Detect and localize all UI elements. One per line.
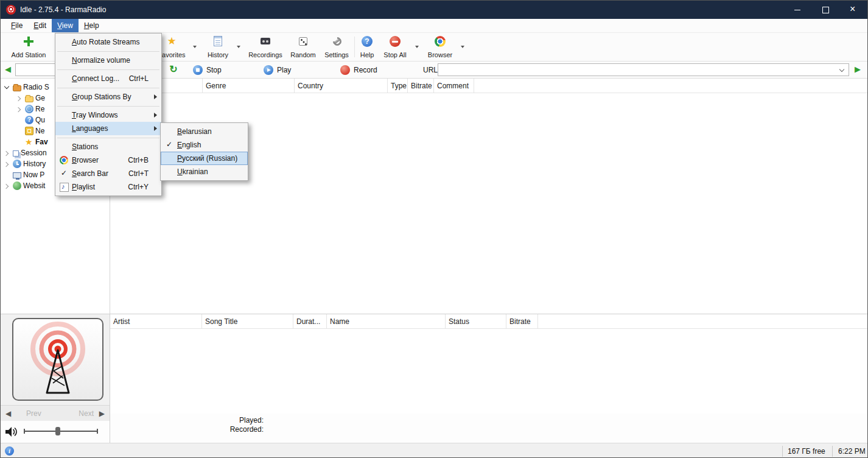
next-button[interactable]: Next: [79, 409, 94, 418]
menu-item-auto-rotate-streams[interactable]: Auto Rotate Streams: [55, 35, 161, 49]
playlist-body[interactable]: [110, 329, 867, 414]
tree-item-label: Radio S: [23, 83, 49, 91]
menu-item-group-stations-by[interactable]: Group Stations By: [55, 90, 161, 104]
question-icon: [25, 116, 33, 124]
history-clock-icon: [13, 160, 21, 168]
chevron-down-icon[interactable]: [193, 46, 197, 48]
menu-item-shortcut: Ctrl+Y: [128, 183, 156, 191]
toolbar-button-stopall[interactable]: Stop All: [380, 35, 410, 60]
toolbar-button-history[interactable]: History: [201, 35, 234, 60]
playlist-column-durat[interactable]: Durat...: [293, 314, 327, 328]
back-arrow-icon[interactable]: [5, 65, 11, 74]
menu-item-label: Group Stations By: [72, 93, 131, 101]
toolbar-button-help[interactable]: Help: [357, 35, 377, 60]
playlist-column-song-title[interactable]: Song Title: [202, 314, 293, 328]
playlist-column-artist[interactable]: Artist: [110, 314, 202, 328]
menu-item-connect-log[interactable]: Connect Log...Ctrl+L: [55, 72, 161, 85]
volume-slider[interactable]: [24, 426, 98, 436]
stop-all-icon: [390, 36, 401, 47]
tree-item-label: Ge: [35, 94, 45, 102]
play-button[interactable]: Play: [259, 63, 295, 77]
slider-start-tick: [24, 429, 25, 434]
settings-tools-icon: [331, 36, 342, 47]
toolbar-button-settings[interactable]: Settings: [321, 35, 352, 60]
menu-separator: [55, 104, 161, 108]
toolbar-button-label: Browser: [428, 51, 452, 58]
menu-item-browser[interactable]: BrowserCtrl+B: [55, 153, 161, 167]
tree-item-label: Now P: [23, 171, 44, 179]
info-icon[interactable]: [5, 446, 14, 456]
chevron-down-icon[interactable]: [237, 46, 240, 48]
menubar-item-view[interactable]: View: [52, 19, 79, 32]
expander-closed-icon[interactable]: [3, 160, 11, 168]
toolbar-button-random[interactable]: Random: [287, 35, 319, 60]
volume-slider-thumb[interactable]: [55, 427, 60, 435]
menu-item-shortcut: Ctrl+T: [128, 169, 156, 178]
chevron-down-icon[interactable]: [415, 46, 419, 48]
stations-column-comment[interactable]: Comment: [434, 79, 474, 93]
menubar-item-file[interactable]: File: [5, 19, 28, 32]
language-item-label: Русский (Russian): [177, 154, 237, 163]
playlist-column-name[interactable]: Name: [327, 314, 446, 328]
playlist-column-status[interactable]: Status: [446, 314, 506, 328]
stations-column-type[interactable]: Type: [388, 79, 408, 93]
minimize-button[interactable]: [783, 1, 811, 19]
language-item-english[interactable]: English: [161, 138, 248, 152]
stop-button[interactable]: Stop: [188, 63, 225, 77]
chevron-down-icon[interactable]: [461, 46, 464, 48]
expander-closed-icon[interactable]: [3, 182, 11, 190]
expander-closed-icon[interactable]: [3, 149, 11, 157]
titlebar: Idle - 2.75.4 - RarmaRadio: [1, 1, 867, 19]
refresh-icon[interactable]: [167, 63, 180, 76]
play-icon: [264, 65, 273, 75]
next-arrow-icon[interactable]: [99, 409, 105, 418]
recorded-label: Recorded:: [203, 425, 264, 434]
language-item-ukrainian[interactable]: Ukrainian: [161, 165, 248, 178]
checkmark-icon: [164, 139, 177, 150]
stations-folder-icon: [13, 85, 21, 91]
prev-arrow-icon[interactable]: [5, 409, 11, 418]
tree-item-label: Re: [35, 105, 44, 113]
radio-antenna-logo: [12, 318, 103, 401]
menu-item-label: Playlist: [72, 183, 95, 191]
clock-status: 6:22 PM: [838, 447, 866, 456]
menu-item-languages[interactable]: Languages: [55, 122, 161, 135]
prev-button[interactable]: Prev: [26, 409, 41, 418]
toolbar-button-addstation[interactable]: Add Station: [4, 35, 53, 60]
maximize-button[interactable]: [811, 1, 839, 19]
menubar-item-help[interactable]: Help: [79, 19, 105, 32]
menubar-item-edit[interactable]: Edit: [28, 19, 52, 32]
stations-column-bitrate[interactable]: Bitrate: [408, 79, 434, 93]
close-button[interactable]: [839, 1, 867, 19]
menu-item-gutter: [58, 110, 72, 121]
toolbar-button-label: Help: [360, 51, 374, 58]
language-item-belarusian[interactable]: Belarusian: [161, 125, 248, 138]
expander-placeholder: [15, 116, 23, 124]
toolbar-button-label: Settings: [324, 51, 349, 58]
url-input[interactable]: [438, 63, 849, 76]
menu-item-tray-windows[interactable]: Tray Windows: [55, 108, 161, 122]
expander-closed-icon[interactable]: [15, 105, 23, 113]
expander-placeholder: [15, 138, 23, 146]
record-button[interactable]: Record: [335, 63, 381, 77]
prev-next-bar: Prev Next: [1, 405, 110, 421]
stations-column-genre[interactable]: Genre: [203, 79, 295, 93]
stations-list: GenreCountryTypeBitrateComment: [110, 79, 867, 314]
rarmaradio-app-icon: [6, 5, 16, 15]
stations-column-country[interactable]: Country: [295, 79, 388, 93]
toolbar-button-label: Recordings: [248, 51, 282, 58]
toolbar-button-browser[interactable]: Browser: [423, 35, 457, 60]
menu-item-stations[interactable]: Stations: [55, 140, 161, 153]
menu-item-normalize-volume[interactable]: Normalize volume: [55, 54, 161, 67]
go-arrow-icon[interactable]: [855, 65, 861, 74]
expander-closed-icon[interactable]: [15, 94, 23, 102]
toolbar-button-recordings[interactable]: Recordings: [244, 35, 287, 60]
toolbar-button-label: Stop All: [383, 51, 406, 58]
expander-open-icon[interactable]: [3, 83, 11, 91]
menu-item-search-bar[interactable]: Search BarCtrl+T: [55, 167, 161, 180]
playlist-column-bitrate[interactable]: Bitrate: [506, 314, 538, 328]
language-item-russian[interactable]: Русский (Russian): [161, 152, 248, 165]
menu-item-playlist[interactable]: PlaylistCtrl+Y: [55, 180, 161, 194]
record-button-label: Record: [354, 66, 377, 74]
menu-item-label: Tray Windows: [72, 111, 118, 119]
